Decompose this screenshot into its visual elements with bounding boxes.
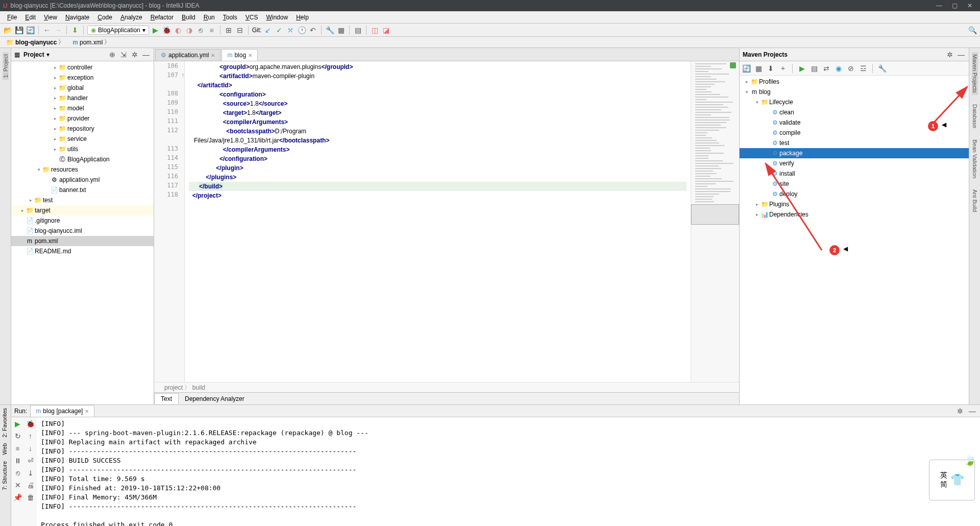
maven-item-deploy[interactable]: ⚙deploy <box>740 189 969 199</box>
down-icon[interactable]: ↓ <box>26 444 35 453</box>
close-icon[interactable]: ✕ <box>13 481 22 490</box>
exit-icon[interactable]: ⎋ <box>13 468 22 477</box>
print-icon[interactable]: 🖨 <box>26 481 35 490</box>
maximize-icon[interactable]: ▢ <box>951 3 958 9</box>
project-struct-icon[interactable]: ▦ <box>336 26 346 35</box>
layout-icon[interactable]: ⊞ <box>224 26 233 35</box>
maven-item-profiles[interactable]: ▸📁Profiles <box>740 77 969 87</box>
stop-icon[interactable]: ■ <box>13 444 22 453</box>
maven-item-plugins[interactable]: ▸📁Plugins <box>740 199 969 209</box>
menu-edit[interactable]: Edit <box>21 12 40 22</box>
ant-tab[interactable]: Ant Build <box>972 187 978 214</box>
menu-window[interactable]: Window <box>262 12 292 22</box>
wrap-icon[interactable]: ⏎ <box>26 456 35 465</box>
minimize-icon[interactable]: — <box>936 3 942 9</box>
favorites-tab[interactable]: 2: Favorites <box>0 405 9 440</box>
close-icon[interactable]: ✕ <box>967 3 973 9</box>
gear-icon[interactable]: ✲ <box>955 407 965 416</box>
maven-tab[interactable]: Maven Projects <box>972 52 978 95</box>
close-icon[interactable]: ✕ <box>85 409 89 414</box>
skip-icon[interactable]: ⊘ <box>846 64 855 73</box>
misc1-icon[interactable]: ◫ <box>370 26 379 35</box>
minimap[interactable] <box>691 61 739 382</box>
git-compare-icon[interactable]: ⤱ <box>286 26 295 35</box>
tree-item-global[interactable]: ▸📁global <box>11 83 154 93</box>
restart-icon[interactable]: ↻ <box>13 432 22 441</box>
menu-refactor[interactable]: Refactor <box>146 12 178 22</box>
debug-icon[interactable]: 🐞 <box>26 419 35 428</box>
back-icon[interactable]: ← <box>42 26 52 35</box>
target-icon[interactable]: ⊕ <box>108 50 117 59</box>
tree-item-readme-md[interactable]: 📄README.md <box>11 246 154 256</box>
editor-tab-application.yml[interactable]: ⚙application.yml✕ <box>155 49 220 61</box>
menu-analyze[interactable]: Analyze <box>116 12 146 22</box>
menu-run[interactable]: Run <box>200 12 219 22</box>
up-icon[interactable]: ↑ <box>26 432 35 441</box>
show-icon[interactable]: ☲ <box>859 64 868 73</box>
wrench-icon[interactable]: 🔧 <box>877 64 887 73</box>
tree-item-provider[interactable]: ▸📁provider <box>11 113 154 124</box>
tree-item-exception[interactable]: ▸📁exception <box>11 73 154 83</box>
gear-icon[interactable]: ✲ <box>945 50 954 59</box>
pin-icon[interactable]: 📌 <box>13 493 22 502</box>
tree-item-blogapplication[interactable]: ⒸBlogApplication <box>11 154 154 164</box>
run-icon[interactable]: ▶ <box>797 64 806 73</box>
hide-icon[interactable]: — <box>957 50 966 59</box>
stop-icon[interactable]: ■ <box>207 26 216 35</box>
menu-code[interactable]: Code <box>93 12 116 22</box>
reimport-icon[interactable]: 🔄 <box>742 64 751 73</box>
tree-item-model[interactable]: ▸📁model <box>11 103 154 113</box>
layout2-icon[interactable]: ⊟ <box>235 26 244 35</box>
bean-tab[interactable]: Bean Validation <box>972 137 978 180</box>
menu-navigate[interactable]: Navigate <box>61 12 93 22</box>
assistant-widget[interactable]: 英 简 👕 🍃 <box>929 460 975 500</box>
tree-item-application-yml[interactable]: ⚙application.yml <box>11 175 154 185</box>
close-icon[interactable]: ✕ <box>211 53 215 58</box>
maven-item-dependencies[interactable]: ▸📊Dependencies <box>740 209 969 220</box>
hide-icon[interactable]: — <box>968 407 977 416</box>
hide-icon[interactable]: — <box>141 50 151 59</box>
close-icon[interactable]: ✕ <box>248 53 252 58</box>
exec-icon[interactable]: ▤ <box>810 64 819 73</box>
editor-bottom-tab-text[interactable]: Text <box>154 393 179 404</box>
db-icon[interactable]: ▤ <box>353 26 362 35</box>
crumb-root[interactable]: 📁 blog-qianyucc 〉 <box>3 37 67 47</box>
menu-file[interactable]: File <box>3 12 21 22</box>
tree-item-blog-qianyucc-iml[interactable]: 📄blog-qianyucc.iml <box>11 226 154 236</box>
tree-item-target[interactable]: ▸📁target <box>11 205 154 216</box>
search-icon[interactable]: 🔍 <box>968 26 977 35</box>
run-icon[interactable]: ▶ <box>151 26 160 35</box>
tree-item-service[interactable]: ▸📁service <box>11 134 154 144</box>
menu-help[interactable]: Help <box>292 12 313 22</box>
git-update-icon[interactable]: ↙ <box>263 26 273 35</box>
coverage-icon[interactable]: ◐ <box>174 26 183 35</box>
offline-icon[interactable]: ◉ <box>834 64 843 73</box>
tree-item-pom-xml[interactable]: mpom.xml <box>11 236 154 246</box>
crumb-file[interactable]: m pom.xml 〉 <box>69 37 113 47</box>
maven-item-install[interactable]: ⚙install <box>740 169 969 179</box>
git-revert-icon[interactable]: ↶ <box>308 26 317 35</box>
debug-icon[interactable]: 🐞 <box>162 26 172 35</box>
menu-build[interactable]: Build <box>178 12 200 22</box>
git-history-icon[interactable]: 🕐 <box>297 26 306 35</box>
tree-item-repository[interactable]: ▸📁repository <box>11 124 154 134</box>
profile-icon[interactable]: ◑ <box>185 26 194 35</box>
menu-vcs[interactable]: VCS <box>241 12 262 22</box>
download-icon[interactable]: ⬇ <box>766 64 775 73</box>
trash-icon[interactable]: 🗑 <box>26 493 35 502</box>
run-output[interactable]: [INFO] [INFO] --- spring-boot-maven-plug… <box>37 417 980 526</box>
maven-item-verify[interactable]: ⚙verify <box>740 158 969 169</box>
menu-view[interactable]: View <box>40 12 61 22</box>
toggle-icon[interactable]: ⇄ <box>822 64 831 73</box>
generate-icon[interactable]: ▦ <box>754 64 763 73</box>
tree-item-utils[interactable]: ▸📁utils <box>11 144 154 154</box>
git-commit-icon[interactable]: ✓ <box>275 26 284 35</box>
menu-tools[interactable]: Tools <box>219 12 241 22</box>
attach-icon[interactable]: ⎋ <box>196 26 205 35</box>
build-icon[interactable]: ⬇ <box>70 26 80 35</box>
tree-item-banner-txt[interactable]: 📄banner.txt <box>11 185 154 195</box>
misc2-icon[interactable]: ◪ <box>381 26 390 35</box>
tree-item-resources[interactable]: ▾📁resources <box>11 164 154 175</box>
maven-item-package[interactable]: ⚙package <box>740 148 969 158</box>
tree-item-test[interactable]: ▸📁test <box>11 195 154 205</box>
